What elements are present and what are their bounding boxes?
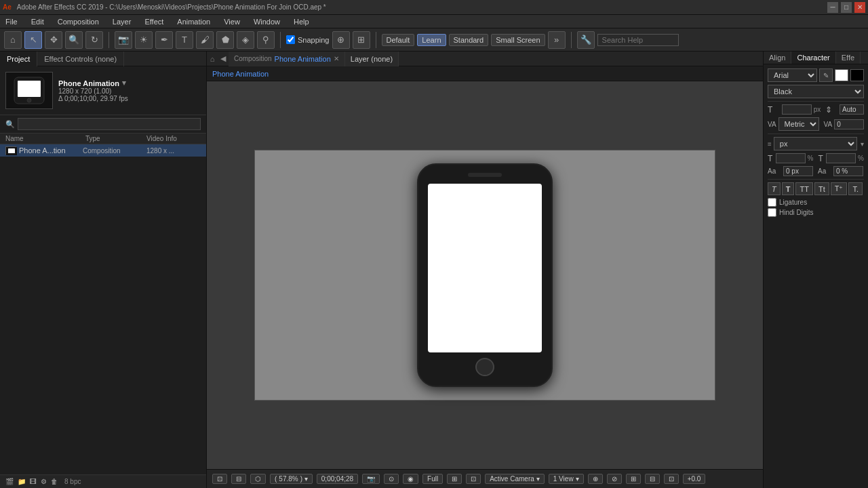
- timecode-display[interactable]: 0;00;04;28: [317, 474, 358, 484]
- move-tool-button[interactable]: ✥: [45, 31, 62, 49]
- vert-scale-input[interactable]: 100: [776, 153, 806, 163]
- smallcaps-button[interactable]: Tt: [814, 182, 829, 195]
- puppet-tool-button[interactable]: ⚲: [257, 31, 275, 49]
- comp-tab-home[interactable]: ⌂: [207, 52, 218, 66]
- always-preview-button[interactable]: ⊡: [212, 474, 227, 484]
- text-tool-button[interactable]: T: [176, 31, 193, 49]
- scale-row: T 100 % T 100 %: [768, 153, 864, 163]
- allcaps-button[interactable]: TT: [795, 182, 812, 195]
- project-tab[interactable]: Project: [0, 52, 37, 66]
- minimize-button[interactable]: ─: [827, 2, 838, 13]
- workspace-default[interactable]: Default: [382, 34, 415, 46]
- font-size-input[interactable]: 33: [782, 104, 812, 115]
- interpret-footage-button[interactable]: 🎬: [5, 478, 14, 485]
- kerning-select[interactable]: Metrics: [778, 117, 819, 131]
- delete-button[interactable]: 🗑: [51, 478, 58, 485]
- workspace-learn[interactable]: Learn: [417, 34, 446, 46]
- transparency-button[interactable]: ⊞: [447, 474, 462, 484]
- region-interest-button[interactable]: ⊟: [231, 474, 246, 484]
- menu-window[interactable]: Window: [251, 18, 283, 26]
- horiz-scale-input[interactable]: 100: [826, 153, 856, 163]
- zoom-display[interactable]: (57.8%) ▾: [270, 474, 313, 484]
- menu-view[interactable]: View: [221, 18, 243, 26]
- menu-help[interactable]: Help: [291, 18, 312, 26]
- italic-button[interactable]: T: [768, 182, 781, 195]
- maximize-button[interactable]: □: [841, 2, 852, 13]
- rulers-button[interactable]: ⊡: [664, 474, 679, 484]
- snap-icon[interactable]: ⊕: [332, 31, 350, 49]
- svg-rect-2: [18, 81, 41, 97]
- show-snapshot-button[interactable]: ⊙: [384, 474, 399, 484]
- effects-tab[interactable]: Effe: [836, 52, 861, 64]
- hindi-digits-checkbox[interactable]: [768, 208, 776, 217]
- reset-exposure-button[interactable]: ⊘: [607, 474, 622, 484]
- eraser-tool-button[interactable]: ◈: [237, 31, 254, 49]
- quality-select[interactable]: Full: [422, 474, 443, 484]
- font-style-select[interactable]: Black: [768, 85, 864, 98]
- guide-button[interactable]: ⊟: [645, 474, 660, 484]
- tsukimi-input[interactable]: [833, 166, 863, 176]
- canvas-area[interactable]: [207, 81, 763, 469]
- auto-leading-input[interactable]: [840, 104, 864, 115]
- subscript-button[interactable]: T.: [848, 182, 863, 195]
- comp-tab-close[interactable]: ✕: [334, 55, 339, 62]
- tracking-input[interactable]: 0: [834, 119, 864, 129]
- select-tool-button[interactable]: ↖: [24, 31, 42, 49]
- search-help-input[interactable]: [597, 34, 679, 46]
- new-comp-button[interactable]: 🎞: [30, 478, 37, 485]
- view-select[interactable]: 1 View ▾: [549, 474, 584, 484]
- align-tab[interactable]: Align: [764, 52, 791, 64]
- unit-select[interactable]: px: [774, 137, 857, 150]
- baseline-input[interactable]: [783, 166, 813, 176]
- right-panel-tabs: Align Character Effe: [764, 52, 868, 64]
- 3d-view-button[interactable]: ⬡: [250, 474, 266, 484]
- composition-tab[interactable]: Composition Phone Animation ✕: [229, 52, 345, 66]
- exposure-offset[interactable]: +0.0: [683, 474, 706, 484]
- effect-controls-tab[interactable]: Effect Controls (none): [37, 52, 124, 66]
- workspace-more[interactable]: »: [548, 31, 566, 49]
- search-button[interactable]: 🔧: [577, 31, 595, 49]
- home-tool-button[interactable]: ⌂: [4, 31, 22, 49]
- zoom-tool-button[interactable]: 🔍: [65, 31, 83, 49]
- project-settings-button[interactable]: ⚙: [41, 478, 47, 485]
- camera-select[interactable]: Active Camera ▾: [485, 474, 545, 484]
- color-swatch-white[interactable]: [835, 69, 848, 81]
- color-swatch-black[interactable]: [850, 69, 864, 81]
- menu-file[interactable]: File: [3, 18, 20, 26]
- font-edit-icon[interactable]: ✎: [819, 68, 833, 82]
- new-folder-button[interactable]: 📁: [18, 478, 26, 485]
- snapping-checkbox[interactable]: [286, 35, 295, 44]
- character-tab[interactable]: Character: [791, 52, 835, 64]
- close-button[interactable]: ✕: [854, 2, 865, 13]
- orbit-tool-button[interactable]: ↻: [85, 31, 103, 49]
- font-family-select[interactable]: Arial: [768, 68, 817, 82]
- project-search-input[interactable]: [18, 118, 201, 130]
- pen-tool-button[interactable]: ✒: [155, 31, 173, 49]
- pixel-aspect-button[interactable]: ⊡: [466, 474, 481, 484]
- baseline-icon: Aa: [768, 167, 781, 175]
- brush-tool-button[interactable]: 🖌: [196, 31, 214, 49]
- bold-button[interactable]: T: [782, 182, 795, 195]
- stamp-tool-button[interactable]: ⬟: [216, 31, 234, 49]
- font-style-row: Black: [768, 85, 864, 98]
- snap2-icon[interactable]: ⊞: [353, 31, 370, 49]
- menu-effect[interactable]: Effect: [142, 18, 166, 26]
- asset-item-phone-animation[interactable]: Phone A...tion Composition 1280 x ...: [0, 144, 206, 157]
- grid-button[interactable]: ⊞: [626, 474, 641, 484]
- ligatures-checkbox[interactable]: [768, 198, 776, 207]
- breadcrumb-comp-name[interactable]: Phone Animation: [212, 70, 269, 78]
- workspace-standard[interactable]: Standard: [449, 34, 489, 46]
- comp-tab-prev[interactable]: ◀: [218, 52, 229, 66]
- menu-layer[interactable]: Layer: [110, 18, 134, 26]
- menu-animation[interactable]: Animation: [174, 18, 213, 26]
- light-tool-button[interactable]: ☀: [135, 31, 153, 49]
- workspace-small-screen[interactable]: Small Screen: [491, 34, 545, 46]
- menu-composition[interactable]: Composition: [55, 18, 102, 26]
- comp-options-button[interactable]: ⊕: [588, 474, 603, 484]
- color-picker-button[interactable]: ◉: [403, 474, 418, 484]
- snapshot-button[interactable]: 📷: [362, 474, 380, 484]
- menu-edit[interactable]: Edit: [28, 18, 47, 26]
- layer-tab[interactable]: Layer (none): [345, 52, 399, 66]
- superscript-button[interactable]: T⁺: [831, 182, 848, 195]
- camera-tool-button[interactable]: 📷: [115, 31, 132, 49]
